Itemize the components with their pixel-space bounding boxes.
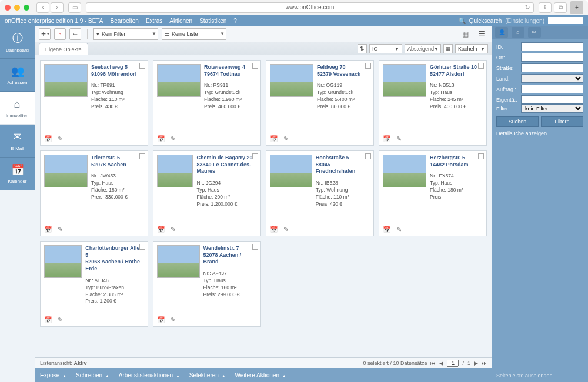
edit-icon[interactable]: ✎ — [395, 135, 403, 143]
delete-button[interactable]: ▫ — [54, 28, 66, 40]
action-selektieren[interactable]: Selektieren ▲ — [189, 372, 226, 378]
action-arbeitslistenaktionen[interactable]: Arbeitslistenaktionen ▲ — [119, 372, 180, 378]
tabs-button[interactable]: ⧉ — [554, 2, 567, 13]
qs-tab-user[interactable]: 👤 — [495, 27, 508, 38]
menu-item[interactable]: Aktionen — [169, 18, 192, 24]
url-bar[interactable]: www.onOffice.com ↻ — [86, 2, 534, 13]
qs-search-button[interactable]: Suchen — [496, 116, 539, 127]
maximize-window-icon[interactable] — [24, 5, 29, 11]
card-checkbox[interactable] — [252, 63, 258, 69]
card-checkbox[interactable] — [478, 63, 484, 69]
action-exposé[interactable]: Exposé ▲ — [40, 372, 66, 378]
calendar-icon[interactable]: 📅 — [44, 316, 52, 324]
property-card[interactable]: Wendelinstr. 752078 Aachen / Brand Nr.: … — [153, 241, 261, 327]
qs-input[interactable] — [521, 85, 583, 93]
qs-filter-button[interactable]: Filtern — [541, 116, 583, 127]
add-button[interactable]: ＋▾ — [39, 28, 51, 40]
qs-input[interactable] — [521, 42, 583, 51]
property-card[interactable]: Triererstr. 552078 Aachen Nr.: JW453 Typ… — [40, 150, 148, 236]
card-checkbox[interactable] — [139, 153, 145, 159]
sort-field-select[interactable]: IO▼ — [369, 44, 402, 53]
back-button[interactable]: ← — [69, 28, 81, 40]
calendar-icon[interactable]: 📅 — [157, 316, 165, 324]
property-card[interactable]: Herzbergstr. 514482 Potsdam Nr.: FX574 T… — [379, 150, 487, 236]
card-checkbox[interactable] — [252, 153, 258, 159]
reload-icon[interactable]: ↻ — [525, 4, 530, 11]
property-card[interactable]: Seebachweg 591096 Möhrendorf Nr.: TP891 … — [40, 60, 148, 146]
edit-icon[interactable]: ✎ — [56, 135, 64, 143]
cards-scroll[interactable]: Seebachweg 591096 Möhrendorf Nr.: TP891 … — [35, 55, 492, 357]
sidebar-button[interactable]: ▭ — [68, 2, 81, 13]
qs-input[interactable] — [521, 63, 583, 72]
action-weitere aktionen[interactable]: Weitere Aktionen ▲ — [235, 372, 286, 378]
view-grouped-button[interactable]: ▦ — [459, 28, 472, 40]
action-schreiben[interactable]: Schreiben ▲ — [76, 372, 109, 378]
edit-icon[interactable]: ✎ — [169, 135, 177, 143]
card-checkbox[interactable] — [365, 63, 371, 69]
calendar-icon[interactable]: 📅 — [157, 135, 165, 143]
edit-icon[interactable]: ✎ — [282, 225, 290, 233]
list-select[interactable]: ☰ Keine Liste ▼ — [162, 28, 226, 40]
qs-tab-home[interactable]: ⌂ — [512, 27, 524, 38]
card-checkbox[interactable] — [252, 244, 258, 250]
edit-icon[interactable]: ✎ — [56, 225, 64, 233]
quicksearch-input[interactable] — [548, 17, 583, 24]
calendar-icon[interactable]: 📅 — [383, 135, 391, 143]
edit-icon[interactable]: ✎ — [169, 316, 177, 324]
qs-input[interactable] — [521, 53, 583, 62]
property-card[interactable]: Rotwiesenweg 479674 Todtnau Nr.: PS911 T… — [153, 60, 261, 146]
calendar-icon[interactable]: 📅 — [270, 225, 278, 233]
sidebar-item-kalender[interactable]: 📅Kalender — [0, 158, 35, 190]
property-card[interactable]: Feldweg 7052379 Vossenack Nr.: OG119 Typ… — [266, 60, 374, 146]
calendar-icon[interactable]: 📅 — [44, 135, 52, 143]
sidebar-item-dashboard[interactable]: ⓘDashboard — [0, 26, 35, 59]
new-tab-button[interactable]: + — [570, 1, 583, 14]
view-select[interactable]: Kacheln▼ — [455, 44, 488, 53]
forward-button[interactable]: › — [51, 2, 64, 13]
back-button[interactable]: ‹ — [36, 2, 49, 13]
view-mode-button[interactable]: ▦ — [443, 44, 453, 53]
sidebar-item-immobilien[interactable]: ⌂Immobilien — [0, 92, 35, 125]
edit-icon[interactable]: ✎ — [395, 225, 403, 233]
qs-input[interactable] — [521, 74, 583, 83]
qs-tab-mail[interactable]: ✉ — [528, 27, 541, 38]
menu-item[interactable]: Statistiken — [199, 18, 226, 24]
sidebar-item-e-mail[interactable]: ✉E-Mail — [0, 125, 35, 158]
view-list-button[interactable]: ☰ — [475, 28, 488, 40]
property-card[interactable]: Chemin de Bagarry 20583340 Le Cannet-des… — [153, 150, 261, 236]
sidebar-item-adressen[interactable]: 👥Adressen — [0, 59, 35, 92]
menu-item[interactable]: Bearbeiten — [111, 18, 139, 24]
calendar-icon[interactable]: 📅 — [383, 225, 391, 233]
tab-eigene-objekte[interactable]: Eigene Objekte — [39, 43, 88, 55]
calendar-icon[interactable]: 📅 — [157, 225, 165, 233]
qs-filter-select[interactable]: kein Filter — [521, 104, 583, 113]
minimize-window-icon[interactable] — [14, 5, 20, 11]
qs-input[interactable] — [521, 95, 583, 104]
first-page-button[interactable]: ⏮ — [430, 360, 436, 366]
calendar-icon[interactable]: 📅 — [270, 135, 278, 143]
card-checkbox[interactable] — [365, 153, 371, 159]
qs-detail-link[interactable]: Detailsuche anzeigen — [492, 130, 588, 136]
property-card[interactable]: Charlottenburger Allee 552068 Aachen / R… — [40, 241, 148, 327]
prev-page-button[interactable]: ◀ — [439, 360, 443, 366]
edit-icon[interactable]: ✎ — [282, 135, 290, 143]
sort-toggle[interactable]: ⇅ — [358, 44, 367, 53]
property-card[interactable]: Görlitzer Straße 1052477 Alsdorf Nr.: NB… — [379, 60, 487, 146]
property-card[interactable]: Hochstraße 588045 Friedrichshafen Nr.: I… — [266, 150, 374, 236]
edit-icon[interactable]: ✎ — [169, 225, 177, 233]
filter-select[interactable]: ▾ Kein Filter ▼ — [93, 28, 158, 40]
last-page-button[interactable]: ⏭ — [482, 360, 487, 366]
share-button[interactable]: ⇪ — [539, 2, 552, 13]
close-window-icon[interactable] — [5, 5, 11, 11]
card-checkbox[interactable] — [139, 244, 145, 250]
qs-hide-sidebar[interactable]: Seitenleiste ausblenden — [492, 369, 588, 382]
next-page-button[interactable]: ▶ — [474, 360, 478, 366]
edit-icon[interactable]: ✎ — [56, 316, 64, 324]
menu-item[interactable]: Extras — [146, 18, 162, 24]
sort-dir-select[interactable]: Absteigend▼ — [405, 44, 441, 53]
card-checkbox[interactable] — [139, 63, 145, 69]
card-checkbox[interactable] — [478, 153, 484, 159]
page-input[interactable] — [447, 360, 459, 367]
menu-item[interactable]: ? — [233, 18, 237, 24]
calendar-icon[interactable]: 📅 — [44, 225, 52, 233]
